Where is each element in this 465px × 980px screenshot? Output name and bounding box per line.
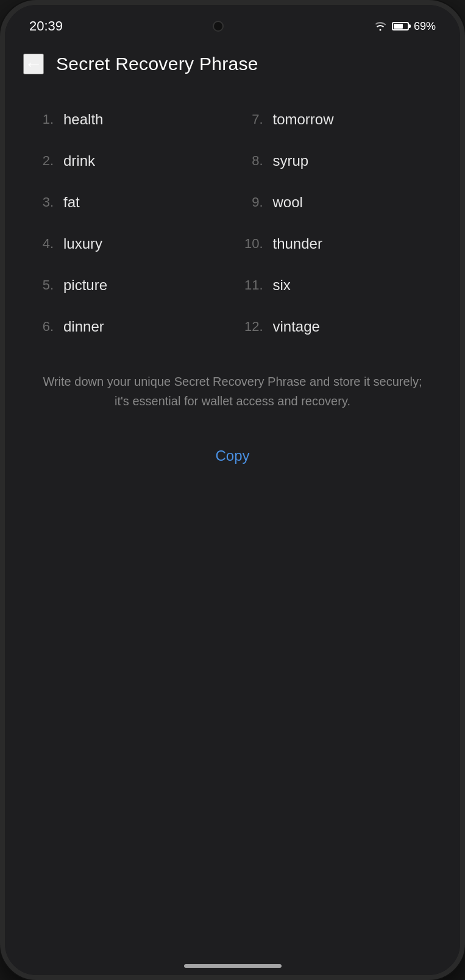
word-number: 1. <box>29 112 54 127</box>
word-text: fat <box>63 194 80 211</box>
word-number: 4. <box>29 236 54 252</box>
wifi-icon <box>374 21 387 31</box>
word-item: 9.wool <box>233 182 442 223</box>
word-text: tomorrow <box>273 111 334 128</box>
word-item: 5.picture <box>23 265 233 306</box>
word-item: 12.vintage <box>233 306 442 347</box>
word-text: picture <box>63 277 107 294</box>
word-item: 4.luxury <box>23 223 233 265</box>
header: ← Secret Recovery Phrase <box>5 41 460 87</box>
word-number: 10. <box>239 236 263 252</box>
word-number: 6. <box>29 319 54 335</box>
word-text: dinner <box>63 318 104 335</box>
word-number: 8. <box>239 153 263 169</box>
word-text: vintage <box>273 318 320 335</box>
battery-icon <box>392 22 409 30</box>
word-text: thunder <box>273 235 322 252</box>
word-text: syrup <box>273 152 309 169</box>
word-item: 3.fat <box>23 182 233 223</box>
word-item: 1.health <box>23 99 233 140</box>
status-icons: 69% <box>374 20 436 33</box>
word-item: 6.dinner <box>23 306 233 347</box>
battery-percent: 69% <box>414 20 436 33</box>
word-item: 7.tomorrow <box>233 99 442 140</box>
back-button[interactable]: ← <box>23 54 44 74</box>
word-number: 9. <box>239 194 263 210</box>
word-number: 11. <box>239 277 263 293</box>
word-item: 2.drink <box>23 140 233 182</box>
word-number: 7. <box>239 112 263 127</box>
words-grid: 1.health7.tomorrow2.drink8.syrup3.fat9.w… <box>23 99 442 347</box>
word-number: 2. <box>29 153 54 169</box>
word-text: six <box>273 277 291 294</box>
word-number: 3. <box>29 194 54 210</box>
word-number: 12. <box>239 319 263 335</box>
copy-button[interactable]: Copy <box>23 441 442 470</box>
description-text: Write down your unique Secret Recovery P… <box>23 372 442 411</box>
word-text: drink <box>63 152 95 169</box>
page-title: Secret Recovery Phrase <box>56 54 258 74</box>
word-item: 11.six <box>233 265 442 306</box>
screen: 20:39 69% ← Secret Recovery Phrase <box>5 5 460 975</box>
word-text: wool <box>273 194 303 211</box>
status-bar: 20:39 69% <box>5 5 460 41</box>
camera-notch <box>213 21 224 32</box>
word-number: 5. <box>29 277 54 293</box>
word-item: 10.thunder <box>233 223 442 265</box>
word-text: luxury <box>63 235 102 252</box>
home-indicator <box>184 964 282 968</box>
word-text: health <box>63 111 103 128</box>
phone-frame: 20:39 69% ← Secret Recovery Phrase <box>0 0 465 980</box>
status-time: 20:39 <box>29 18 63 34</box>
content: 1.health7.tomorrow2.drink8.syrup3.fat9.w… <box>5 87 460 975</box>
word-item: 8.syrup <box>233 140 442 182</box>
